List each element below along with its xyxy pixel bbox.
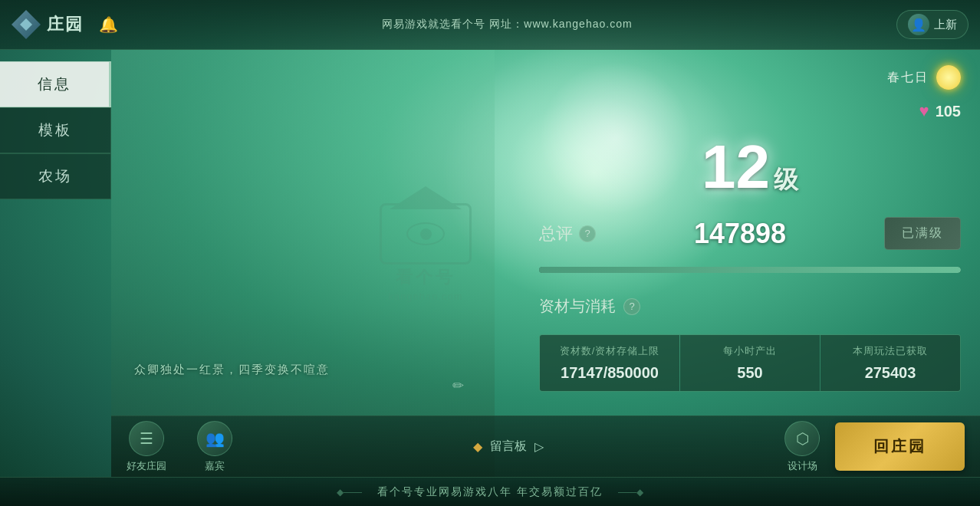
top-ad-text: 网易游戏就选看个号 网址：www.kangehao.com bbox=[118, 18, 896, 31]
sidebar: 信息 模板 农场 bbox=[0, 61, 111, 199]
sun-icon bbox=[936, 65, 961, 90]
sidebar-label-farm: 农场 bbox=[38, 168, 72, 184]
resources-title-text: 资材与消耗 bbox=[539, 296, 616, 317]
resource-header-1: 每小时产出 bbox=[688, 344, 812, 358]
logo-icon bbox=[12, 10, 41, 39]
rating-label-text: 总评 bbox=[539, 222, 573, 245]
scene-area: 看个号 kangehao.com 众卿独处一红景，四季变换不喧意 ✏ bbox=[111, 50, 495, 477]
resource-header-0: 资材数/资材存储上限 bbox=[548, 344, 672, 358]
bell-icon[interactable]: 🔔 bbox=[99, 15, 118, 34]
scene-quote: 众卿独处一红景，四季变换不喧意 bbox=[134, 363, 330, 377]
heart-icon: ♥ bbox=[919, 101, 929, 121]
level-unit: 级 bbox=[774, 163, 798, 197]
rating-label-area: 总评 ? bbox=[539, 222, 596, 245]
center-diamond-icon: ◆ bbox=[473, 439, 482, 454]
resource-header-2: 本周玩法已获取 bbox=[828, 344, 952, 358]
logo-inner bbox=[20, 18, 32, 31]
resource-cell-0: 资材数/资材存储上限 17147/850000 bbox=[540, 335, 679, 391]
max-level-button[interactable]: 已满级 bbox=[884, 217, 961, 250]
nav-item-friends[interactable]: ☰ 好友庄园 bbox=[127, 421, 166, 473]
resource-value-0: 17147/850000 bbox=[548, 364, 672, 382]
app-title: 庄园 bbox=[47, 13, 84, 36]
resource-cell-2: 本周玩法已获取 275403 bbox=[821, 335, 960, 391]
sidebar-item-info[interactable]: 信息 bbox=[0, 61, 111, 107]
resource-cell-1: 每小时产出 550 bbox=[680, 335, 820, 391]
rating-question-badge[interactable]: ? bbox=[579, 225, 596, 242]
progress-bar-fill bbox=[539, 267, 961, 273]
progress-bar-container bbox=[539, 267, 961, 273]
guests-icon: 👥 bbox=[197, 421, 232, 456]
nav-right-area: ⬡ 设计场 回庄园 bbox=[784, 421, 965, 473]
level-display: 12 级 bbox=[539, 136, 961, 198]
rating-value: 147898 bbox=[694, 218, 786, 250]
resources-question-badge[interactable]: ? bbox=[623, 298, 640, 315]
season-row: 春七日 bbox=[539, 65, 961, 90]
user-icon: 👤 bbox=[908, 14, 929, 35]
sidebar-item-template[interactable]: 模板 bbox=[0, 107, 111, 153]
sidebar-label-info: 信息 bbox=[38, 76, 71, 92]
design-label: 设计场 bbox=[788, 459, 817, 473]
resource-value-2: 275403 bbox=[828, 364, 952, 382]
scene-background bbox=[111, 50, 495, 477]
friends-icon: ☰ bbox=[129, 421, 164, 456]
heart-row: ♥ 105 bbox=[539, 101, 961, 121]
resources-grid: 资材数/资材存储上限 17147/850000 每小时产出 550 本周玩法已获… bbox=[539, 334, 961, 392]
bottom-bar: ◆—— 看个号专业网易游戏八年 年交易额过百亿 ——◆ bbox=[0, 477, 980, 506]
center-label: 留言板 bbox=[490, 439, 527, 455]
nav-center-area[interactable]: ◆ 留言板 ▷ bbox=[232, 439, 784, 455]
info-panel: 春七日 ♥ 105 12 级 总评 ? 147898 已满级 资材与消耗 ? 资… bbox=[520, 50, 980, 416]
bottom-text: 看个号专业网易游戏八年 年交易额过百亿 bbox=[377, 485, 603, 499]
nav-item-guests[interactable]: 👥 嘉宾 bbox=[197, 421, 232, 473]
sidebar-item-farm[interactable]: 农场 bbox=[0, 153, 111, 199]
level-number: 12 bbox=[702, 136, 770, 198]
season-text: 春七日 bbox=[887, 70, 929, 86]
heart-score: 105 bbox=[936, 103, 961, 120]
nav-item-design[interactable]: ⬡ 设计场 bbox=[784, 421, 820, 473]
bottom-deco-left: ◆—— bbox=[337, 487, 362, 498]
bottom-nav: ☰ 好友庄园 👥 嘉宾 ◆ 留言板 ▷ ⬡ 设计场 回庄园 bbox=[111, 416, 980, 477]
nav-left-group: ☰ 好友庄园 👥 嘉宾 bbox=[127, 421, 232, 473]
logo-area: 庄园 🔔 bbox=[12, 10, 118, 39]
bottom-deco-right: ——◆ bbox=[618, 487, 643, 498]
resource-value-1: 550 bbox=[688, 364, 812, 382]
top-bar: 庄园 🔔 网易游戏就选看个号 网址：www.kangehao.com 👤 上新 bbox=[0, 0, 980, 50]
guests-label: 嘉宾 bbox=[205, 459, 225, 473]
edit-icon[interactable]: ✏ bbox=[452, 377, 464, 394]
rating-row: 总评 ? 147898 已满级 bbox=[539, 217, 961, 250]
top-right-area: 👤 上新 bbox=[896, 10, 968, 39]
resources-title-area: 资材与消耗 ? bbox=[539, 296, 961, 317]
sidebar-label-template: 模板 bbox=[38, 122, 72, 138]
new-button[interactable]: 👤 上新 bbox=[896, 10, 968, 39]
friends-label: 好友庄园 bbox=[127, 459, 166, 473]
return-button[interactable]: 回庄园 bbox=[835, 422, 965, 471]
design-icon: ⬡ bbox=[784, 421, 820, 456]
center-arrow-icon: ▷ bbox=[534, 439, 544, 454]
new-label: 上新 bbox=[934, 18, 957, 32]
